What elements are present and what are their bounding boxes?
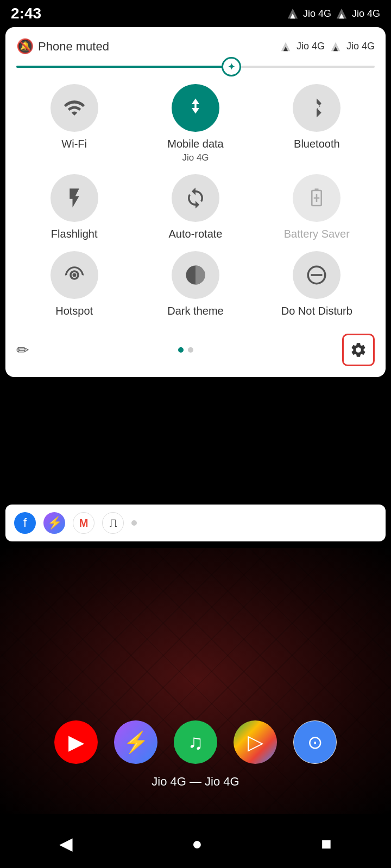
quick-settings-panel: 🔕 Phone muted Jio 4G Jio 4G ✦	[5, 27, 386, 377]
fb-icon: f	[14, 512, 36, 534]
battery-saver-label: Battery Saver	[284, 227, 350, 240]
notification-bar: f ⚡ M ⎍	[5, 505, 386, 541]
usb-icon: ⎍	[102, 512, 124, 534]
status-icons: Jio 4G Jio 4G	[287, 8, 380, 20]
wifi-label: Wi-Fi	[61, 137, 87, 150]
network-label: Jio 4G — Jio 4G	[152, 775, 239, 789]
app-dock: ▶ ⚡ ♫ ▷ ⊙	[54, 720, 337, 764]
brightness-row[interactable]: ✦	[16, 66, 375, 68]
mobile-data-label: Mobile data	[167, 137, 223, 150]
bluetooth-icon	[293, 84, 340, 132]
tile-battery-saver[interactable]: Battery Saver	[259, 174, 375, 240]
signal1-label: Jio 4G	[303, 8, 331, 20]
qs-signal-group: Jio 4G Jio 4G	[280, 41, 375, 52]
tile-dark-theme[interactable]: Dark theme	[137, 251, 253, 317]
wallpaper: ▶ ⚡ ♫ ▷ ⊙ Jio 4G — Jio 4G	[0, 548, 391, 814]
play-store-icon[interactable]: ▷	[234, 720, 277, 764]
status-time: 2:43	[11, 5, 41, 22]
tile-auto-rotate[interactable]: Auto-rotate	[137, 174, 253, 240]
mute-icon: 🔕	[16, 38, 34, 55]
muted-label: Phone muted	[38, 40, 109, 54]
messenger-app-icon[interactable]: ⚡	[114, 720, 157, 764]
flashlight-label: Flashlight	[51, 227, 98, 240]
hotspot-icon	[51, 251, 98, 299]
qs-signal1-label: Jio 4G	[297, 41, 325, 52]
messenger-icon: ⚡	[43, 512, 65, 534]
tile-flashlight[interactable]: Flashlight	[16, 174, 132, 240]
hotspot-label: Hotspot	[55, 304, 93, 317]
notif-dot	[131, 520, 137, 526]
do-not-disturb-label: Do Not Disturb	[281, 304, 352, 317]
do-not-disturb-icon	[293, 251, 340, 299]
battery-saver-icon	[293, 174, 340, 222]
bluetooth-label: Bluetooth	[294, 137, 340, 150]
qs-bottom: ✏	[16, 328, 375, 366]
dark-theme-icon	[172, 251, 219, 299]
edit-button[interactable]: ✏	[16, 341, 29, 359]
dark-theme-label: Dark theme	[167, 304, 223, 317]
chrome-icon[interactable]: ⊙	[293, 720, 337, 764]
svg-rect-1	[315, 189, 319, 191]
nav-bar: ◀ ● ■	[0, 819, 391, 868]
gmail-icon: M	[73, 512, 94, 534]
dot-1	[178, 347, 184, 353]
tile-wifi[interactable]: Wi-Fi	[16, 84, 132, 163]
status-bar: 2:43 Jio 4G Jio 4G	[0, 0, 391, 27]
qs-signal1-icon	[280, 41, 291, 52]
brightness-thumb: ✦	[222, 57, 241, 76]
tile-hotspot[interactable]: Hotspot	[16, 251, 132, 317]
brightness-icon: ✦	[228, 61, 236, 73]
spotify-icon[interactable]: ♫	[174, 720, 217, 764]
mobile-data-sublabel: Jio 4G	[182, 152, 209, 163]
wifi-icon	[51, 84, 98, 132]
auto-rotate-icon	[172, 174, 219, 222]
qs-muted: 🔕 Phone muted	[16, 38, 109, 55]
youtube-icon[interactable]: ▶	[54, 720, 98, 764]
signal2-icon	[336, 8, 348, 20]
page-dots	[178, 347, 193, 353]
gear-icon	[350, 341, 367, 359]
brightness-slider[interactable]: ✦	[16, 66, 375, 68]
tile-mobile-data[interactable]: Mobile data Jio 4G	[137, 84, 253, 163]
signal1-icon	[287, 8, 299, 20]
qs-signal2-icon	[330, 41, 341, 52]
qs-grid: Wi-Fi Mobile data Jio 4G Bluetooth	[16, 84, 375, 317]
back-button[interactable]: ◀	[59, 833, 73, 854]
auto-rotate-label: Auto-rotate	[169, 227, 223, 240]
tile-do-not-disturb[interactable]: Do Not Disturb	[259, 251, 375, 317]
tile-bluetooth[interactable]: Bluetooth	[259, 84, 375, 163]
home-button[interactable]: ●	[192, 834, 202, 854]
qs-topbar: 🔕 Phone muted Jio 4G Jio 4G	[16, 38, 375, 55]
svg-point-4	[72, 273, 76, 277]
flashlight-icon	[51, 174, 98, 222]
qs-signal2-label: Jio 4G	[346, 41, 375, 52]
settings-button[interactable]	[342, 334, 375, 366]
recents-button[interactable]: ■	[321, 834, 331, 854]
signal2-label: Jio 4G	[352, 8, 380, 20]
dot-2	[188, 347, 193, 353]
brightness-fill	[16, 66, 231, 68]
mobile-data-icon	[172, 84, 219, 132]
